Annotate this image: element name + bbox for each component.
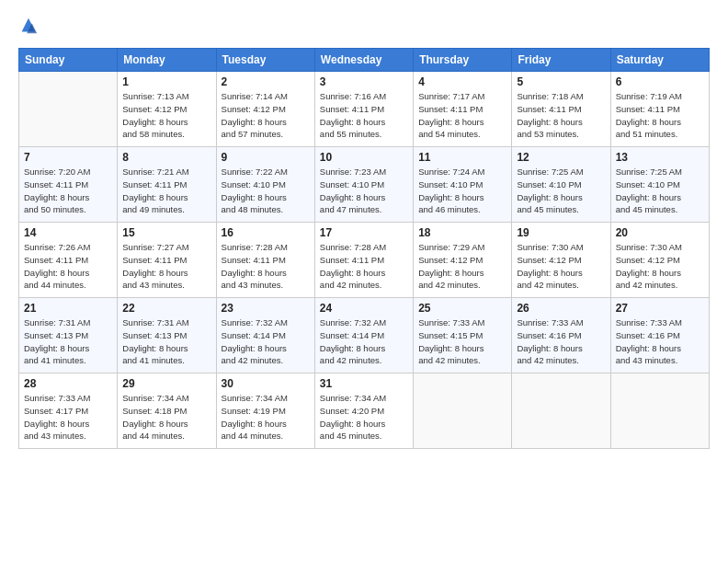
day-cell: 23Sunrise: 7:32 AM Sunset: 4:14 PM Dayli… [216, 298, 314, 373]
day-cell [512, 373, 610, 449]
calendar-table: SundayMondayTuesdayWednesdayThursdayFrid… [18, 48, 710, 449]
day-number: 1 [122, 75, 210, 88]
day-info: Sunrise: 7:33 AM Sunset: 4:15 PM Dayligh… [418, 316, 506, 367]
week-row-3: 21Sunrise: 7:31 AM Sunset: 4:13 PM Dayli… [19, 298, 710, 373]
day-cell: 7Sunrise: 7:20 AM Sunset: 4:11 PM Daylig… [19, 147, 118, 223]
day-number: 8 [122, 151, 210, 164]
day-info: Sunrise: 7:16 AM Sunset: 4:11 PM Dayligh… [320, 90, 408, 141]
day-info: Sunrise: 7:30 AM Sunset: 4:12 PM Dayligh… [616, 241, 704, 292]
header-cell-monday: Monday [118, 49, 216, 72]
day-cell [414, 373, 512, 449]
day-cell: 31Sunrise: 7:34 AM Sunset: 4:20 PM Dayli… [314, 373, 413, 449]
header-cell-thursday: Thursday [414, 49, 512, 72]
day-info: Sunrise: 7:29 AM Sunset: 4:12 PM Dayligh… [418, 241, 506, 292]
day-info: Sunrise: 7:26 AM Sunset: 4:11 PM Dayligh… [24, 241, 112, 292]
day-cell: 8Sunrise: 7:21 AM Sunset: 4:11 PM Daylig… [118, 147, 216, 223]
day-number: 7 [24, 151, 112, 164]
header-cell-saturday: Saturday [610, 49, 709, 72]
day-cell: 16Sunrise: 7:28 AM Sunset: 4:11 PM Dayli… [216, 223, 314, 298]
day-cell: 21Sunrise: 7:31 AM Sunset: 4:13 PM Dayli… [19, 298, 118, 373]
day-cell: 10Sunrise: 7:23 AM Sunset: 4:10 PM Dayli… [314, 147, 413, 223]
day-number: 17 [320, 226, 408, 239]
day-cell: 17Sunrise: 7:28 AM Sunset: 4:11 PM Dayli… [314, 223, 413, 298]
day-info: Sunrise: 7:34 AM Sunset: 4:18 PM Dayligh… [122, 392, 210, 442]
day-number: 15 [122, 226, 210, 239]
day-cell: 12Sunrise: 7:25 AM Sunset: 4:10 PM Dayli… [512, 147, 610, 223]
day-info: Sunrise: 7:22 AM Sunset: 4:10 PM Dayligh… [222, 166, 310, 216]
week-row-4: 28Sunrise: 7:33 AM Sunset: 4:17 PM Dayli… [19, 373, 710, 449]
day-cell: 24Sunrise: 7:32 AM Sunset: 4:14 PM Dayli… [314, 298, 413, 373]
day-number: 11 [418, 151, 506, 164]
day-info: Sunrise: 7:24 AM Sunset: 4:10 PM Dayligh… [418, 166, 506, 216]
header [18, 17, 710, 37]
day-number: 27 [616, 302, 704, 315]
day-number: 30 [222, 377, 310, 390]
day-cell: 18Sunrise: 7:29 AM Sunset: 4:12 PM Dayli… [414, 223, 512, 298]
day-number: 6 [616, 75, 704, 88]
day-info: Sunrise: 7:34 AM Sunset: 4:19 PM Dayligh… [222, 392, 310, 442]
day-cell: 25Sunrise: 7:33 AM Sunset: 4:15 PM Dayli… [414, 298, 512, 373]
day-info: Sunrise: 7:33 AM Sunset: 4:16 PM Dayligh… [517, 316, 605, 367]
day-cell: 19Sunrise: 7:30 AM Sunset: 4:12 PM Dayli… [512, 223, 610, 298]
day-number: 5 [517, 75, 605, 88]
day-number: 3 [320, 75, 408, 88]
day-cell: 2Sunrise: 7:14 AM Sunset: 4:12 PM Daylig… [216, 72, 314, 147]
day-number: 10 [320, 151, 408, 164]
day-cell: 29Sunrise: 7:34 AM Sunset: 4:18 PM Dayli… [118, 373, 216, 449]
day-cell: 9Sunrise: 7:22 AM Sunset: 4:10 PM Daylig… [216, 147, 314, 223]
day-info: Sunrise: 7:20 AM Sunset: 4:11 PM Dayligh… [24, 166, 112, 216]
day-cell: 6Sunrise: 7:19 AM Sunset: 4:11 PM Daylig… [610, 72, 709, 147]
day-cell: 28Sunrise: 7:33 AM Sunset: 4:17 PM Dayli… [19, 373, 118, 449]
day-info: Sunrise: 7:32 AM Sunset: 4:14 PM Dayligh… [320, 316, 408, 367]
day-info: Sunrise: 7:17 AM Sunset: 4:11 PM Dayligh… [418, 90, 506, 141]
page: SundayMondayTuesdayWednesdayThursdayFrid… [0, 0, 728, 563]
day-number: 21 [24, 302, 112, 315]
header-cell-friday: Friday [512, 49, 610, 72]
week-row-2: 14Sunrise: 7:26 AM Sunset: 4:11 PM Dayli… [19, 223, 710, 298]
day-info: Sunrise: 7:30 AM Sunset: 4:12 PM Dayligh… [517, 241, 605, 292]
day-info: Sunrise: 7:27 AM Sunset: 4:11 PM Dayligh… [122, 241, 210, 292]
day-number: 2 [222, 75, 310, 88]
day-number: 25 [418, 302, 506, 315]
day-number: 19 [517, 226, 605, 239]
day-cell: 22Sunrise: 7:31 AM Sunset: 4:13 PM Dayli… [118, 298, 216, 373]
logo [18, 17, 42, 37]
day-number: 26 [517, 302, 605, 315]
day-info: Sunrise: 7:18 AM Sunset: 4:11 PM Dayligh… [517, 90, 605, 141]
day-info: Sunrise: 7:21 AM Sunset: 4:11 PM Dayligh… [122, 166, 210, 216]
day-cell: 30Sunrise: 7:34 AM Sunset: 4:19 PM Dayli… [216, 373, 314, 449]
day-info: Sunrise: 7:23 AM Sunset: 4:10 PM Dayligh… [320, 166, 408, 216]
day-info: Sunrise: 7:31 AM Sunset: 4:13 PM Dayligh… [24, 316, 112, 367]
day-info: Sunrise: 7:14 AM Sunset: 4:12 PM Dayligh… [222, 90, 310, 141]
day-info: Sunrise: 7:25 AM Sunset: 4:10 PM Dayligh… [616, 166, 704, 216]
day-number: 28 [24, 377, 112, 390]
day-info: Sunrise: 7:31 AM Sunset: 4:13 PM Dayligh… [122, 316, 210, 367]
day-cell: 26Sunrise: 7:33 AM Sunset: 4:16 PM Dayli… [512, 298, 610, 373]
day-cell [19, 72, 118, 147]
day-cell: 13Sunrise: 7:25 AM Sunset: 4:10 PM Dayli… [610, 147, 709, 223]
day-info: Sunrise: 7:19 AM Sunset: 4:11 PM Dayligh… [616, 90, 704, 141]
logo-icon [18, 17, 39, 37]
day-number: 14 [24, 226, 112, 239]
day-number: 18 [418, 226, 506, 239]
day-number: 4 [418, 75, 506, 88]
day-number: 13 [616, 151, 704, 164]
day-info: Sunrise: 7:33 AM Sunset: 4:16 PM Dayligh… [616, 316, 704, 367]
header-cell-wednesday: Wednesday [314, 49, 413, 72]
day-info: Sunrise: 7:34 AM Sunset: 4:20 PM Dayligh… [320, 392, 408, 442]
day-cell: 1Sunrise: 7:13 AM Sunset: 4:12 PM Daylig… [118, 72, 216, 147]
week-row-1: 7Sunrise: 7:20 AM Sunset: 4:11 PM Daylig… [19, 147, 710, 223]
header-cell-tuesday: Tuesday [216, 49, 314, 72]
day-cell [610, 373, 709, 449]
day-info: Sunrise: 7:32 AM Sunset: 4:14 PM Dayligh… [222, 316, 310, 367]
day-number: 9 [222, 151, 310, 164]
day-cell: 3Sunrise: 7:16 AM Sunset: 4:11 PM Daylig… [314, 72, 413, 147]
week-row-0: 1Sunrise: 7:13 AM Sunset: 4:12 PM Daylig… [19, 72, 710, 147]
day-info: Sunrise: 7:13 AM Sunset: 4:12 PM Dayligh… [122, 90, 210, 141]
day-info: Sunrise: 7:28 AM Sunset: 4:11 PM Dayligh… [222, 241, 310, 292]
day-cell: 15Sunrise: 7:27 AM Sunset: 4:11 PM Dayli… [118, 223, 216, 298]
day-cell: 4Sunrise: 7:17 AM Sunset: 4:11 PM Daylig… [414, 72, 512, 147]
day-number: 20 [616, 226, 704, 239]
day-number: 12 [517, 151, 605, 164]
day-info: Sunrise: 7:28 AM Sunset: 4:11 PM Dayligh… [320, 241, 408, 292]
